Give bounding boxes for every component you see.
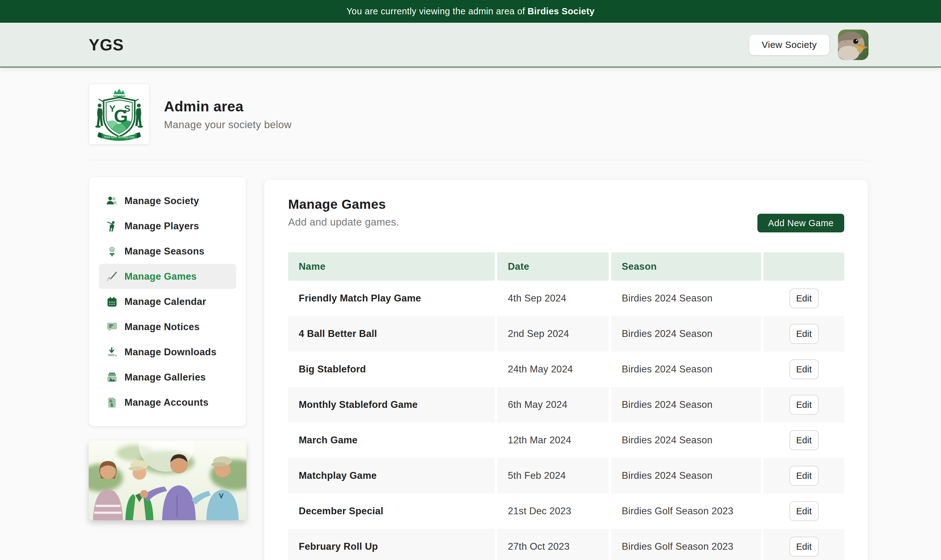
edit-game-button[interactable]: Edit [790, 359, 819, 379]
edit-game-button[interactable]: Edit [790, 537, 819, 557]
svg-text:S: S [124, 103, 130, 114]
society-crest-logo: Y G S Your Golf Society.com [89, 84, 150, 145]
game-name: 4 Ball Better Ball [288, 316, 495, 352]
sidebar-item-manage-seasons[interactable]: Manage Seasons [99, 238, 236, 264]
game-name: Friendly Match Play Game [288, 281, 495, 316]
game-date: 6th May 2024 [497, 387, 609, 423]
sidebar-item-manage-galleries[interactable]: Manage Galleries [99, 365, 236, 390]
sidebar-item-label: Manage Downloads [125, 346, 217, 358]
add-new-game-button[interactable]: Add New Game [758, 214, 844, 232]
hero-text: Admin area Manage your society below [164, 98, 291, 131]
game-season: Birdies 2024 Season [611, 281, 761, 316]
game-date: 27th Oct 2023 [497, 529, 609, 560]
banner-society-name: Birdies Society [527, 6, 594, 17]
edit-game-button[interactable]: Edit [790, 466, 819, 486]
game-date: 2nd Sep 2024 [497, 316, 609, 352]
sidebar-item-manage-downloads[interactable]: Manage Downloads [99, 339, 236, 365]
game-actions: Edit [764, 387, 844, 423]
sidebar-item-label: Manage Games [125, 271, 197, 282]
bird-avatar-image [838, 29, 869, 60]
game-name: Big Stableford [288, 352, 495, 387]
game-actions: Edit [764, 529, 844, 560]
crest-image: Y G S Your Golf Society.com [94, 87, 144, 142]
golf-club-icon [106, 271, 118, 282]
admin-page: You are currently viewing the admin area… [0, 0, 941, 560]
society-people-icon [106, 195, 118, 206]
svg-text:$: $ [111, 402, 113, 408]
page-subtitle: Manage your society below [164, 119, 291, 131]
game-actions: Edit [764, 352, 844, 387]
edit-game-button[interactable]: Edit [790, 501, 819, 521]
panel-subtitle: Add and update games. [288, 216, 399, 228]
game-season: Birdies Golf Season 2023 [611, 529, 761, 560]
view-society-button[interactable]: View Society [749, 34, 830, 55]
site-logo: YGS [89, 35, 124, 54]
game-season: Birdies 2024 Season [611, 423, 761, 458]
sidebar-item-manage-society[interactable]: Manage Society [99, 188, 236, 214]
sidebar-item-label: Manage Seasons [125, 246, 205, 257]
game-actions: Edit [764, 423, 844, 458]
column-header-actions [764, 252, 844, 281]
page-title: Admin area [164, 98, 291, 115]
content-area: Manage Society Manage Players [0, 160, 941, 560]
game-actions: Edit [764, 458, 844, 494]
golfers-photo-image [89, 440, 246, 520]
sidebar-item-label: Manage Notices [125, 322, 200, 332]
edit-game-button[interactable]: Edit [790, 395, 819, 415]
sidebar-item-label: Manage Accounts [125, 397, 208, 408]
sidebar-item-manage-calendar[interactable]: Manage Calendar [99, 289, 236, 314]
game-date: 4th Sep 2024 [497, 281, 609, 316]
edit-game-button[interactable]: Edit [790, 430, 819, 450]
game-date: 24th May 2024 [497, 352, 609, 387]
game-actions: Edit [764, 316, 844, 352]
sidebar-item-manage-accounts[interactable]: $ Manage Accounts [99, 390, 236, 415]
panel-header: Manage Games Add and update games. Add N… [288, 197, 844, 232]
sidebar-item-label: Manage Galleries [125, 372, 206, 383]
sidebar-item-manage-games[interactable]: Manage Games [99, 264, 236, 289]
games-table: Name Date Season Friendly Match Play Gam… [288, 252, 844, 560]
panel-title: Manage Games [288, 197, 399, 212]
site-header: YGS View Society [0, 23, 941, 68]
game-name: March Game [288, 423, 495, 458]
admin-context-banner: You are currently viewing the admin area… [0, 0, 941, 23]
banner-text: You are currently viewing the admin area… [347, 6, 525, 17]
header-actions: View Society [749, 29, 869, 60]
download-icon [106, 346, 118, 358]
svg-text:Your Golf Society.com: Your Golf Society.com [104, 135, 134, 139]
sidebar-item-manage-players[interactable]: Manage Players [99, 214, 236, 238]
user-avatar[interactable] [838, 29, 869, 60]
game-name: Matchplay Game [288, 458, 495, 494]
edit-game-button[interactable]: Edit [790, 288, 819, 308]
admin-sidebar: Manage Society Manage Players [89, 177, 246, 426]
sidebar-item-label: Manage Society [125, 195, 199, 206]
manage-games-panel: Manage Games Add and update games. Add N… [264, 179, 868, 560]
society-photo [89, 440, 246, 520]
game-name: December Special [288, 494, 495, 529]
game-season: Birdies 2024 Season [611, 458, 761, 494]
game-season: Birdies 2024 Season [611, 387, 761, 423]
chat-bubble-icon [106, 322, 118, 332]
game-actions: Edit [764, 281, 844, 316]
calendar-icon [106, 296, 118, 308]
golfer-icon [106, 221, 118, 232]
sidebar-item-manage-notices[interactable]: Manage Notices [99, 314, 236, 339]
game-actions: Edit [764, 494, 844, 529]
game-date: 12th Mar 2024 [497, 423, 609, 458]
sidebar-item-label: Manage Calendar [125, 296, 206, 308]
game-date: 5th Feb 2024 [497, 458, 609, 494]
gallery-icon [106, 372, 118, 383]
hero-section: Y G S Your Golf Society.com Admin area M… [0, 68, 941, 160]
game-season: Birdies 2024 Season [611, 316, 761, 352]
game-name: February Roll Up [288, 529, 495, 560]
invoice-icon: $ [106, 397, 118, 408]
game-date: 21st Dec 2023 [497, 494, 609, 529]
left-column: Manage Society Manage Players [89, 177, 246, 520]
game-season: Birdies Golf Season 2023 [611, 494, 761, 529]
column-header-date: Date [497, 252, 609, 281]
golf-ball-tee-icon [106, 246, 118, 257]
edit-game-button[interactable]: Edit [790, 324, 819, 344]
column-header-name: Name [288, 252, 495, 281]
panel-titles: Manage Games Add and update games. [288, 197, 399, 232]
column-header-season: Season [611, 252, 761, 281]
sidebar-item-label: Manage Players [125, 221, 199, 232]
